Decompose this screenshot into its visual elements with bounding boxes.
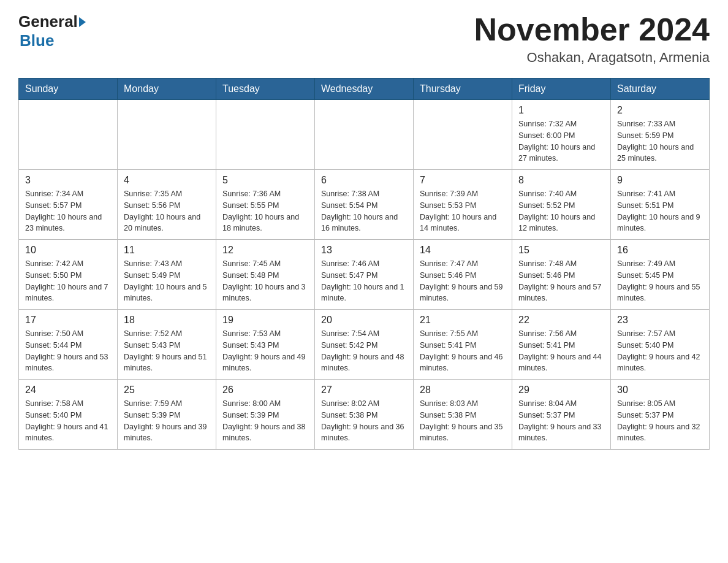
calendar-cell: 24Sunrise: 7:58 AM Sunset: 5:40 PM Dayli… <box>19 380 118 450</box>
day-info: Sunrise: 7:33 AM Sunset: 5:59 PM Dayligh… <box>617 118 703 164</box>
calendar-cell: 25Sunrise: 7:59 AM Sunset: 5:39 PM Dayli… <box>118 380 216 450</box>
calendar-cell: 4Sunrise: 7:35 AM Sunset: 5:56 PM Daylig… <box>118 170 216 240</box>
day-info: Sunrise: 8:04 AM Sunset: 5:37 PM Dayligh… <box>518 398 604 444</box>
day-info: Sunrise: 7:50 AM Sunset: 5:44 PM Dayligh… <box>25 328 111 374</box>
day-info: Sunrise: 8:05 AM Sunset: 5:37 PM Dayligh… <box>617 398 703 444</box>
day-number: 30 <box>617 385 703 396</box>
calendar-cell: 3Sunrise: 7:34 AM Sunset: 5:57 PM Daylig… <box>19 170 118 240</box>
calendar-cell: 20Sunrise: 7:54 AM Sunset: 5:42 PM Dayli… <box>315 310 414 380</box>
day-info: Sunrise: 7:42 AM Sunset: 5:50 PM Dayligh… <box>25 258 111 304</box>
calendar-cell: 7Sunrise: 7:39 AM Sunset: 5:53 PM Daylig… <box>414 170 512 240</box>
calendar-week-row: 24Sunrise: 7:58 AM Sunset: 5:40 PM Dayli… <box>19 380 710 450</box>
calendar-cell: 19Sunrise: 7:53 AM Sunset: 5:43 PM Dayli… <box>216 310 315 380</box>
calendar-cell <box>19 100 118 170</box>
calendar-cell: 8Sunrise: 7:40 AM Sunset: 5:52 PM Daylig… <box>512 170 611 240</box>
day-info: Sunrise: 7:36 AM Sunset: 5:55 PM Dayligh… <box>222 188 308 234</box>
calendar-cell: 23Sunrise: 7:57 AM Sunset: 5:40 PM Dayli… <box>611 310 710 380</box>
calendar-body: 1Sunrise: 7:32 AM Sunset: 6:00 PM Daylig… <box>19 100 710 450</box>
day-number: 20 <box>321 315 407 326</box>
logo-general-text: General <box>18 12 78 31</box>
day-number: 15 <box>518 245 604 256</box>
day-info: Sunrise: 7:46 AM Sunset: 5:47 PM Dayligh… <box>321 258 407 304</box>
calendar-cell: 15Sunrise: 7:48 AM Sunset: 5:46 PM Dayli… <box>512 240 611 310</box>
calendar-cell: 14Sunrise: 7:47 AM Sunset: 5:46 PM Dayli… <box>414 240 512 310</box>
day-number: 18 <box>124 315 210 326</box>
calendar-week-row: 10Sunrise: 7:42 AM Sunset: 5:50 PM Dayli… <box>19 240 710 310</box>
calendar-cell: 6Sunrise: 7:38 AM Sunset: 5:54 PM Daylig… <box>315 170 414 240</box>
day-of-week-header: Sunday <box>19 79 118 100</box>
day-info: Sunrise: 7:49 AM Sunset: 5:45 PM Dayligh… <box>617 258 703 304</box>
calendar-week-row: 1Sunrise: 7:32 AM Sunset: 6:00 PM Daylig… <box>19 100 710 170</box>
day-info: Sunrise: 7:54 AM Sunset: 5:42 PM Dayligh… <box>321 328 407 374</box>
calendar-cell: 18Sunrise: 7:52 AM Sunset: 5:43 PM Dayli… <box>118 310 216 380</box>
day-number: 11 <box>124 245 210 256</box>
day-of-week-header: Thursday <box>414 79 512 100</box>
day-number: 5 <box>222 175 308 186</box>
day-number: 9 <box>617 175 703 186</box>
logo-arrow-icon <box>79 17 86 27</box>
calendar-cell: 11Sunrise: 7:43 AM Sunset: 5:49 PM Dayli… <box>118 240 216 310</box>
day-info: Sunrise: 7:52 AM Sunset: 5:43 PM Dayligh… <box>124 328 210 374</box>
day-info: Sunrise: 7:32 AM Sunset: 6:00 PM Dayligh… <box>518 118 604 164</box>
calendar-cell: 12Sunrise: 7:45 AM Sunset: 5:48 PM Dayli… <box>216 240 315 310</box>
day-number: 17 <box>25 315 111 326</box>
day-of-week-header: Monday <box>118 79 216 100</box>
month-title: November 2024 <box>474 12 710 47</box>
day-info: Sunrise: 7:35 AM Sunset: 5:56 PM Dayligh… <box>124 188 210 234</box>
day-info: Sunrise: 7:43 AM Sunset: 5:49 PM Dayligh… <box>124 258 210 304</box>
calendar-cell: 26Sunrise: 8:00 AM Sunset: 5:39 PM Dayli… <box>216 380 315 450</box>
day-number: 1 <box>518 105 604 116</box>
day-info: Sunrise: 7:48 AM Sunset: 5:46 PM Dayligh… <box>518 258 604 304</box>
calendar-week-row: 17Sunrise: 7:50 AM Sunset: 5:44 PM Dayli… <box>19 310 710 380</box>
day-number: 28 <box>420 385 506 396</box>
calendar-cell: 29Sunrise: 8:04 AM Sunset: 5:37 PM Dayli… <box>512 380 611 450</box>
calendar-cell: 27Sunrise: 8:02 AM Sunset: 5:38 PM Dayli… <box>315 380 414 450</box>
calendar-cell: 2Sunrise: 7:33 AM Sunset: 5:59 PM Daylig… <box>611 100 710 170</box>
calendar-cell: 9Sunrise: 7:41 AM Sunset: 5:51 PM Daylig… <box>611 170 710 240</box>
calendar-cell: 17Sunrise: 7:50 AM Sunset: 5:44 PM Dayli… <box>19 310 118 380</box>
day-number: 24 <box>25 385 111 396</box>
day-number: 21 <box>420 315 506 326</box>
calendar-table: SundayMondayTuesdayWednesdayThursdayFrid… <box>18 78 710 450</box>
title-block: November 2024 Oshakan, Aragatsotn, Armen… <box>474 12 710 66</box>
day-number: 25 <box>124 385 210 396</box>
day-info: Sunrise: 8:03 AM Sunset: 5:38 PM Dayligh… <box>420 398 506 444</box>
day-info: Sunrise: 7:38 AM Sunset: 5:54 PM Dayligh… <box>321 188 407 234</box>
day-number: 14 <box>420 245 506 256</box>
day-info: Sunrise: 7:39 AM Sunset: 5:53 PM Dayligh… <box>420 188 506 234</box>
header-row: SundayMondayTuesdayWednesdayThursdayFrid… <box>19 79 710 100</box>
day-number: 7 <box>420 175 506 186</box>
calendar-cell: 10Sunrise: 7:42 AM Sunset: 5:50 PM Dayli… <box>19 240 118 310</box>
day-of-week-header: Friday <box>512 79 611 100</box>
day-info: Sunrise: 7:58 AM Sunset: 5:40 PM Dayligh… <box>25 398 111 444</box>
calendar-cell: 13Sunrise: 7:46 AM Sunset: 5:47 PM Dayli… <box>315 240 414 310</box>
calendar-cell: 30Sunrise: 8:05 AM Sunset: 5:37 PM Dayli… <box>611 380 710 450</box>
calendar-cell: 22Sunrise: 7:56 AM Sunset: 5:41 PM Dayli… <box>512 310 611 380</box>
day-of-week-header: Tuesday <box>216 79 315 100</box>
day-number: 13 <box>321 245 407 256</box>
calendar-cell <box>414 100 512 170</box>
day-info: Sunrise: 7:53 AM Sunset: 5:43 PM Dayligh… <box>222 328 308 374</box>
calendar-cell: 1Sunrise: 7:32 AM Sunset: 6:00 PM Daylig… <box>512 100 611 170</box>
day-info: Sunrise: 8:02 AM Sunset: 5:38 PM Dayligh… <box>321 398 407 444</box>
day-number: 29 <box>518 385 604 396</box>
calendar-cell <box>216 100 315 170</box>
calendar-week-row: 3Sunrise: 7:34 AM Sunset: 5:57 PM Daylig… <box>19 170 710 240</box>
calendar-cell <box>118 100 216 170</box>
day-info: Sunrise: 7:34 AM Sunset: 5:57 PM Dayligh… <box>25 188 111 234</box>
day-number: 27 <box>321 385 407 396</box>
day-number: 4 <box>124 175 210 186</box>
calendar-cell: 16Sunrise: 7:49 AM Sunset: 5:45 PM Dayli… <box>611 240 710 310</box>
day-number: 3 <box>25 175 111 186</box>
calendar-cell: 5Sunrise: 7:36 AM Sunset: 5:55 PM Daylig… <box>216 170 315 240</box>
day-number: 22 <box>518 315 604 326</box>
calendar-cell <box>315 100 414 170</box>
day-number: 6 <box>321 175 407 186</box>
day-info: Sunrise: 7:40 AM Sunset: 5:52 PM Dayligh… <box>518 188 604 234</box>
day-number: 12 <box>222 245 308 256</box>
calendar-header: SundayMondayTuesdayWednesdayThursdayFrid… <box>19 79 710 100</box>
day-number: 2 <box>617 105 703 116</box>
day-of-week-header: Wednesday <box>315 79 414 100</box>
day-of-week-header: Saturday <box>611 79 710 100</box>
calendar-cell: 21Sunrise: 7:55 AM Sunset: 5:41 PM Dayli… <box>414 310 512 380</box>
